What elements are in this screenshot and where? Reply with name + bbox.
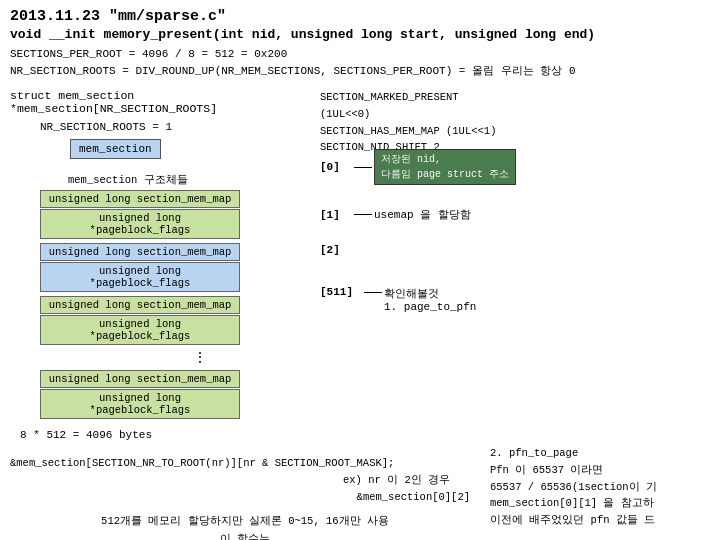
bottom-code: &mem_section[SECTION_NR_TO_ROOT(nr)][nr … [10, 455, 480, 505]
right-line3: SECTION_HAS_MEM_MAP (1UL<<1) [320, 123, 710, 140]
bytes-label: 8 * 512 = 4096 bytes [20, 429, 310, 441]
struct-decl: struct mem_section *mem_section[NR_SECTI… [10, 89, 310, 115]
bottom-comment1: ex) nr 이 2인 경우 [10, 472, 480, 489]
index-2-row: [2] [320, 244, 516, 256]
right-line2: (1UL<<0) [320, 106, 710, 123]
index-511-row: [511] 확인해볼것 1. page_to_pfn [320, 286, 516, 313]
dots: ⋮ [100, 349, 300, 366]
bottom-right-l3: 65537 / 65536(1section이 기 [490, 479, 710, 496]
array-group-1: unsigned long section_mem_map unsigned l… [40, 243, 300, 292]
nid-box: 저장된 nid, 다름임 page struct 주소 [374, 149, 516, 185]
arrow-511 [364, 292, 382, 293]
right-top-notes: SECTION_MARKED_PRESENT (1UL<<0) SECTION_… [320, 89, 710, 156]
array-row-511-1: unsigned long *pageblock_flags [40, 389, 240, 419]
array-row-1-1: unsigned long *pageblock_flags [40, 262, 240, 292]
index-0-row: [0] 저장된 nid, 다름임 page struct 주소 [320, 149, 516, 185]
nid-title: 저장된 nid, [381, 152, 509, 167]
func-note: 이 함수는 [10, 531, 480, 540]
page: 2013.11.23 "mm/sparse.c" void __init mem… [0, 0, 720, 540]
bottom-right: 2. pfn_to_page Pfn 이 65537 이라면 65537 / 6… [490, 445, 710, 540]
bottom-code-line: &mem_section[SECTION_NR_TO_ROOT(nr)][nr … [10, 455, 480, 472]
left-panel: struct mem_section *mem_section[NR_SECTI… [10, 89, 310, 441]
bottom-comment2: &mem_section[0][2] [10, 489, 480, 506]
mem-section-box: mem_section [70, 139, 161, 159]
function-signature: void __init memory_present(int nid, unsi… [10, 27, 710, 42]
bottom-area: &mem_section[SECTION_NR_TO_ROOT(nr)][nr … [10, 445, 710, 540]
main-area: struct mem_section *mem_section[NR_SECTI… [10, 89, 710, 441]
info-line1: SECTIONS_PER_ROOT = 4096 / 8 = 512 = 0x2… [10, 46, 710, 63]
nid-sub: 다름임 page struct 주소 [381, 167, 509, 182]
arrow-1 [354, 214, 372, 215]
arrow-0 [354, 167, 372, 168]
array-row-1-0: unsigned long section_mem_map [40, 243, 240, 261]
array-group-511: unsigned long section_mem_map unsigned l… [40, 370, 300, 419]
bottom-left: &mem_section[SECTION_NR_TO_ROOT(nr)][nr … [10, 445, 480, 540]
index-511-desc: 확인해볼것 1. page_to_pfn [384, 286, 476, 313]
index-1-row: [1] usemap 을 할당함 [320, 207, 516, 222]
index-1-label: [1] [320, 209, 352, 221]
info-line2: NR_SECTION_ROOTS = DIV_ROUND_UP(NR_MEM_S… [10, 63, 710, 80]
bottom-right-l5: 이전에 배주었있던 pfn 값들 드 [490, 512, 710, 529]
index-area: [0] 저장된 nid, 다름임 page struct 주소 [1] usem… [320, 149, 516, 313]
array-group-0: unsigned long section_mem_map unsigned l… [40, 190, 300, 239]
index-0-label: [0] [320, 161, 352, 173]
array-row-0-1: unsigned long *pageblock_flags [40, 209, 240, 239]
bottom-right-l2: Pfn 이 65537 이라면 [490, 462, 710, 479]
array-row-0-0: unsigned long section_mem_map [40, 190, 240, 208]
right-line1: SECTION_MARKED_PRESENT [320, 89, 710, 106]
page-title: 2013.11.23 "mm/sparse.c" [10, 8, 710, 25]
nr-section-roots: NR_SECTION_ROOTS = 1 [40, 121, 310, 133]
bottom-left-notes: 512개를 메모리 할당하지만 실제론 0~15, 16개만 사용 이 함수는 … [10, 513, 480, 540]
array-group-2: unsigned long section_mem_map unsigned l… [40, 296, 300, 345]
right-panel: SECTION_MARKED_PRESENT (1UL<<0) SECTION_… [310, 89, 710, 441]
bottom-right-l4: mem_section[0][1] 을 참고하 [490, 495, 710, 512]
array-row-2-0: unsigned long section_mem_map [40, 296, 240, 314]
bottom-right-l1: 2. pfn_to_page [490, 445, 710, 462]
array-container: mem_section 구조체들 unsigned long section_m… [40, 173, 300, 423]
index-2-label: [2] [320, 244, 352, 256]
info-block: SECTIONS_PER_ROOT = 4096 / 8 = 512 = 0x2… [10, 46, 710, 79]
index-1-desc: usemap 을 할당함 [374, 207, 471, 222]
alloc-note: 512개를 메모리 할당하지만 실제론 0~15, 16개만 사용 [10, 513, 480, 531]
index-511-label: [511] [320, 286, 362, 298]
structure-label: mem_section 구조체들 [68, 173, 300, 187]
array-row-511-0: unsigned long section_mem_map [40, 370, 240, 388]
array-row-2-1: unsigned long *pageblock_flags [40, 315, 240, 345]
